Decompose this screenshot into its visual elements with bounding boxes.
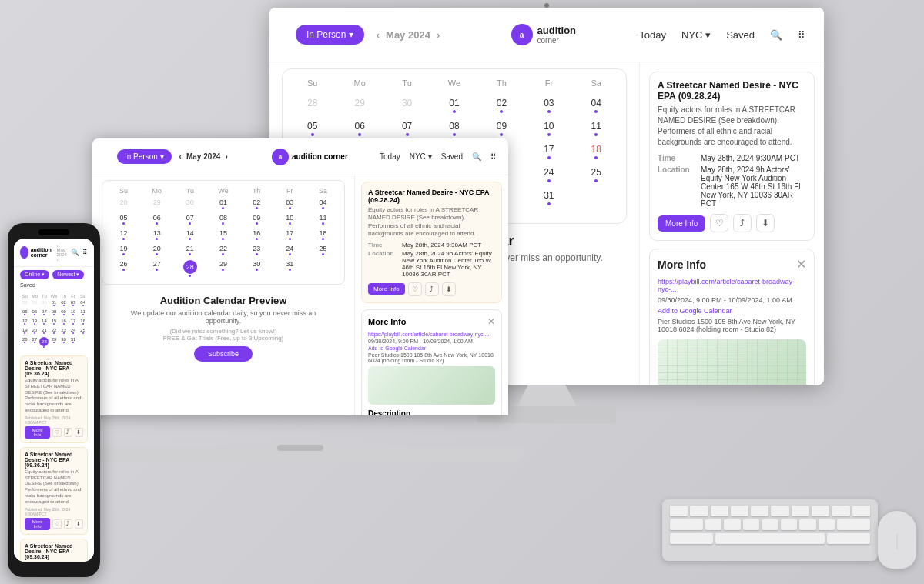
table-row[interactable]: 06: [336, 117, 383, 140]
table-row[interactable]: 29: [140, 196, 173, 212]
laptop-more-info-button[interactable]: More Info: [368, 283, 405, 295]
table-row[interactable]: 29: [336, 94, 383, 117]
phone-download-1[interactable]: ⬇: [75, 428, 83, 437]
nav-saved[interactable]: Saved: [726, 29, 755, 41]
phone-search-icon[interactable]: 🔍: [71, 249, 79, 256]
table-row[interactable]: 17: [273, 227, 306, 242]
table-row[interactable]: 03: [273, 196, 306, 212]
laptop-mi-add-cal[interactable]: Add to Google Calendar: [368, 345, 495, 351]
add-to-calendar[interactable]: Add to Google Calendar: [658, 307, 806, 315]
table-row[interactable]: 18: [573, 140, 620, 163]
table-row[interactable]: 20: [30, 326, 40, 335]
table-row[interactable]: 10: [525, 117, 572, 140]
laptop-search-icon[interactable]: 🔍: [472, 152, 481, 161]
table-row[interactable]: 04: [573, 94, 620, 117]
table-row[interactable]: 17: [69, 317, 79, 326]
table-row[interactable]: 12: [107, 227, 140, 242]
table-row[interactable]: 24: [273, 242, 306, 258]
download-button[interactable]: ⬇: [756, 214, 775, 232]
table-row[interactable]: 23: [59, 326, 69, 335]
table-row[interactable]: 26: [20, 335, 30, 349]
table-row[interactable]: 15: [206, 227, 239, 242]
table-row[interactable]: 28: [20, 299, 30, 308]
table-row[interactable]: 03: [69, 299, 79, 308]
table-row[interactable]: 05: [20, 308, 30, 317]
table-row[interactable]: 28: [107, 196, 140, 212]
table-row[interactable]: 29: [30, 299, 40, 308]
nav-today[interactable]: Today: [639, 29, 666, 41]
phone-download-2[interactable]: ⬇: [75, 519, 83, 529]
table-row[interactable]: 09: [240, 212, 273, 227]
table-row[interactable]: 27: [30, 335, 40, 349]
table-row[interactable]: 08: [430, 117, 477, 140]
table-row[interactable]: 04: [78, 299, 88, 308]
table-row[interactable]: 28: [289, 94, 336, 117]
table-row[interactable]: 30: [240, 258, 273, 279]
nav-nyc[interactable]: NYC ▾: [681, 29, 711, 41]
phone-heart-2[interactable]: ♡: [52, 519, 61, 529]
table-row[interactable]: 02: [59, 299, 69, 308]
share-button[interactable]: ⤴: [733, 214, 752, 232]
table-row[interactable]: 01: [206, 196, 239, 212]
table-row[interactable]: 11: [78, 308, 88, 317]
table-row[interactable]: 30: [59, 335, 69, 349]
table-row[interactable]: 07: [173, 212, 206, 227]
table-row[interactable]: 28: [173, 258, 206, 279]
table-row[interactable]: 15: [49, 317, 59, 326]
table-row[interactable]: [78, 335, 88, 349]
table-row[interactable]: 28: [39, 335, 49, 349]
laptop-prev-month[interactable]: ‹: [179, 152, 182, 161]
table-row[interactable]: 21: [173, 242, 206, 258]
more-info-link[interactable]: https://playbill.com/article/cabaret-bro…: [658, 278, 806, 293]
phone-heart-1[interactable]: ♡: [52, 428, 61, 437]
phone-share-2[interactable]: ⤴: [64, 519, 72, 529]
table-row[interactable]: 31: [69, 335, 79, 349]
table-row[interactable]: 11: [306, 212, 340, 227]
table-row[interactable]: 04: [306, 196, 340, 212]
table-row[interactable]: 22: [206, 242, 239, 258]
table-row[interactable]: 16: [240, 227, 273, 242]
table-row[interactable]: 12: [20, 317, 30, 326]
table-row[interactable]: 09: [478, 117, 525, 140]
table-row[interactable]: 05: [107, 212, 140, 227]
table-row[interactable]: 30: [173, 196, 206, 212]
table-row[interactable]: 20: [140, 242, 173, 258]
in-person-button[interactable]: In Person ▾: [296, 25, 364, 45]
table-row[interactable]: [573, 186, 620, 217]
table-row[interactable]: 24: [69, 326, 79, 335]
table-row[interactable]: 11: [573, 117, 620, 140]
phone-grid-icon[interactable]: ⠿: [82, 249, 88, 256]
phone-saved[interactable]: Saved: [20, 282, 35, 288]
laptop-nav-nyc[interactable]: NYC ▾: [410, 152, 432, 161]
table-row[interactable]: 13: [30, 317, 40, 326]
table-row[interactable]: 31: [273, 258, 306, 279]
table-row[interactable]: [306, 258, 340, 279]
phone-share-1[interactable]: ⤴: [64, 428, 72, 437]
table-row[interactable]: 23: [240, 242, 273, 258]
more-info-button[interactable]: More Info: [658, 215, 705, 232]
laptop-nav-today[interactable]: Today: [380, 152, 400, 161]
table-row[interactable]: 17: [525, 140, 572, 163]
next-month-button[interactable]: ›: [437, 29, 440, 41]
table-row[interactable]: 07: [39, 308, 49, 317]
phone-more-info-1[interactable]: More Info: [25, 426, 50, 439]
table-row[interactable]: 02: [240, 196, 273, 212]
table-row[interactable]: 08: [206, 212, 239, 227]
laptop-next-month[interactable]: ›: [225, 152, 227, 161]
laptop-share-button[interactable]: ⤴: [425, 282, 439, 296]
table-row[interactable]: 16: [59, 317, 69, 326]
table-row[interactable]: 14: [39, 317, 49, 326]
table-row[interactable]: 07: [383, 117, 430, 140]
table-row[interactable]: 25: [573, 163, 620, 186]
grid-icon[interactable]: ⠿: [798, 29, 805, 41]
table-row[interactable]: 10: [69, 308, 79, 317]
table-row[interactable]: 27: [140, 258, 173, 279]
subscribe-button[interactable]: Subscribe: [194, 346, 253, 362]
laptop-grid-icon[interactable]: ⠿: [490, 152, 496, 161]
laptop-in-person-button[interactable]: In Person ▾: [117, 149, 172, 164]
laptop-heart-button[interactable]: ♡: [408, 282, 422, 296]
table-row[interactable]: 08: [49, 308, 59, 317]
phone-online-button[interactable]: Online ▾: [20, 270, 49, 279]
table-row[interactable]: 03: [525, 94, 572, 117]
table-row[interactable]: 09: [59, 308, 69, 317]
